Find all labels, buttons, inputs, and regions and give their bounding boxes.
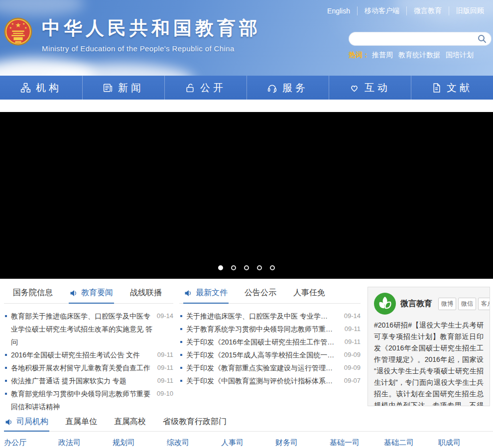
- search-input[interactable]: [356, 35, 477, 43]
- hot-word-link[interactable]: 教育统计数据: [398, 51, 440, 60]
- tab-provincial-departments[interactable]: 省级教育行政部门: [162, 417, 228, 431]
- nav-item-documents[interactable]: 文献: [411, 76, 493, 100]
- tab-frontline-broadcast[interactable]: 战线联播: [129, 288, 163, 303]
- weiyan-title: 微言教育: [400, 299, 432, 309]
- news-link[interactable]: 关于印发《2016年全国硕士研究生招生工作管…: [186, 336, 341, 348]
- search-box: [349, 32, 492, 46]
- search-button[interactable]: [477, 34, 487, 44]
- search-icon: [477, 34, 487, 44]
- left-news-tabs: 国务院信息 教育要闻 战线联播: [4, 287, 173, 304]
- news-date: 09-07: [344, 374, 361, 387]
- tab-state-council-info[interactable]: 国务院信息: [12, 288, 54, 303]
- broadcast-icon: [5, 418, 13, 426]
- news-date: 09-09: [344, 361, 361, 374]
- weiyan-jiaoyu-link[interactable]: 微言教育: [406, 6, 449, 15]
- news-link[interactable]: 依法推广普通话 提升国家软实力 专题: [11, 374, 153, 387]
- department-link[interactable]: 政法司: [58, 438, 113, 448]
- news-link[interactable]: 关于印发《教育部重点实验室建设与运行管理…: [186, 361, 340, 374]
- news-date: 09-11: [157, 361, 173, 374]
- department-link[interactable]: 职成司: [438, 438, 493, 448]
- nav-item-news[interactable]: 新闻: [82, 76, 164, 100]
- nav-item-disclosure[interactable]: 公开: [164, 76, 246, 100]
- tab-education-headlines[interactable]: 教育要闻: [69, 288, 114, 304]
- nav-item-organization[interactable]: 机构: [0, 76, 82, 100]
- hot-word-link[interactable]: 国培计划: [446, 51, 474, 60]
- news-link[interactable]: 教育部党组学习贯彻中央领导同志教师节重要回信和讲话精神: [11, 387, 153, 413]
- news-date: 09-11: [345, 336, 361, 348]
- news-link[interactable]: 关于印发《2015年成人高等学校招生全国统一…: [186, 348, 340, 361]
- svg-text:★: ★: [9, 26, 12, 29]
- headset-icon: [267, 83, 277, 93]
- header-right: 热词： 推普周 教育统计数据 国培计划: [349, 32, 492, 60]
- carousel-dot[interactable]: [257, 265, 262, 270]
- news-item: 关于印发《2016年全国硕士研究生招生工作管… 09-11: [179, 336, 361, 348]
- wechat-button[interactable]: 微信: [458, 298, 476, 310]
- news-link[interactable]: 教育部关于推进临床医学、口腔医学及中医专业学位硕士研究生考试招生改革的实施意见 …: [11, 310, 153, 348]
- carousel-dot[interactable]: [231, 265, 236, 270]
- news-link[interactable]: 关于教育系统学习贯彻中央领导同志教师节重…: [186, 323, 341, 336]
- svg-text:★: ★: [15, 21, 21, 29]
- broadcast-icon: [184, 289, 192, 297]
- department-link[interactable]: 规划司: [113, 438, 167, 448]
- nav-item-interaction[interactable]: 互动: [329, 76, 411, 100]
- news-item: 依法推广普通话 提升国家软实力 专题 09-11: [4, 374, 173, 387]
- broadcast-icon: [70, 289, 78, 297]
- weiyan-column: 微言教育 微博 微信 客户端 #2016研招#【退役大学生士兵考研可享专项招生计…: [368, 287, 490, 406]
- main-nav: 机构 新闻 公开 服务 互动 文献: [0, 76, 493, 100]
- mobile-client-link[interactable]: 移动客户端: [357, 6, 406, 15]
- site-header: English 移动客户端 微言教育 旧版回顾 ★ ★ ★ ★ ★ 中华人民共和…: [0, 0, 493, 76]
- news-link[interactable]: 2016年全国硕士研究生招生考试公告 文件: [11, 348, 153, 361]
- tab-latest-documents[interactable]: 最新文件: [183, 288, 229, 304]
- weibo-button[interactable]: 微博: [438, 298, 456, 310]
- news-date: 09-09: [344, 348, 361, 361]
- department-link[interactable]: 综改司: [167, 438, 221, 448]
- tab-affiliated-units[interactable]: 直属单位: [64, 417, 98, 431]
- carousel-dot[interactable]: [270, 265, 275, 270]
- news-item: 关于印发《教育部重点实验室建设与运行管理… 09-09: [179, 361, 361, 374]
- nav-label: 服务: [282, 81, 308, 95]
- news-date: 09-14: [157, 310, 173, 323]
- bullet-icon: [180, 341, 182, 343]
- bullet-icon: [180, 367, 182, 369]
- tab-affiliated-universities[interactable]: 直属高校: [113, 417, 147, 431]
- client-app-button[interactable]: 客户端: [478, 298, 490, 310]
- department-link[interactable]: 财务司: [275, 438, 330, 448]
- spacer: [0, 100, 493, 112]
- bullet-icon: [180, 328, 182, 330]
- carousel-dot[interactable]: [244, 265, 249, 270]
- news-date: 09-11: [157, 348, 173, 361]
- newspaper-icon: [103, 83, 113, 93]
- departments-section: 司局机构 直属单位 直属高校 省级教育行政部门 办公厅 政法司 规划司 综改司 …: [0, 416, 493, 448]
- nav-label: 文献: [447, 81, 473, 95]
- tab-personnel[interactable]: 人事任免: [292, 288, 326, 303]
- news-item: 关于印发《中国教育监测与评价统计指标体系… 09-07: [179, 374, 361, 387]
- tab-bureaus[interactable]: 司局机构: [4, 417, 49, 432]
- english-link[interactable]: English: [320, 7, 357, 15]
- department-link[interactable]: 基础二司: [384, 438, 438, 448]
- nav-label: 互动: [365, 81, 390, 95]
- department-link[interactable]: 办公厅: [4, 438, 58, 448]
- department-link[interactable]: 基础一司: [330, 438, 384, 448]
- news-date: 09-14: [344, 310, 361, 323]
- carousel-dot[interactable]: [218, 265, 223, 270]
- news-item: 各地积极开展农村留守儿童教育关爱自查工作 09-11: [4, 361, 173, 374]
- left-news-list: 教育部关于推进临床医学、口腔医学及中医专业学位硕士研究生考试招生改革的实施意见 …: [4, 310, 173, 413]
- bullet-icon: [180, 315, 182, 317]
- top-utility-bar: English 移动客户端 微言教育 旧版回顾: [320, 6, 491, 15]
- news-item: 关于推进临床医学、口腔医学及中医 专业学… 09-14: [179, 310, 361, 323]
- hot-words-row: 热词： 推普周 教育统计数据 国培计划: [349, 51, 492, 60]
- mid-news-tabs: 最新文件 公告公示 人事任免: [179, 287, 361, 304]
- old-version-link[interactable]: 旧版回顾: [449, 6, 491, 15]
- news-link[interactable]: 关于印发《中国教育监测与评价统计指标体系…: [186, 374, 340, 387]
- news-column-left: 国务院信息 教育要闻 战线联播 教育部关于推进临床医学、口腔医学及中医专业学位硕…: [4, 287, 173, 413]
- organization-icon: [20, 83, 31, 93]
- hot-word-link[interactable]: 推普周: [372, 51, 393, 60]
- svg-text:★: ★: [24, 26, 27, 29]
- hero-carousel[interactable]: [0, 112, 493, 279]
- tab-announcements[interactable]: 公告公示: [244, 288, 277, 303]
- nav-item-service[interactable]: 服务: [246, 76, 329, 100]
- bullet-icon: [5, 354, 7, 356]
- news-link[interactable]: 关于推进临床医学、口腔医学及中医 专业学…: [186, 310, 340, 323]
- department-link[interactable]: 人事司: [221, 438, 275, 448]
- news-link[interactable]: 各地积极开展农村留守儿童教育关爱自查工作: [11, 361, 153, 374]
